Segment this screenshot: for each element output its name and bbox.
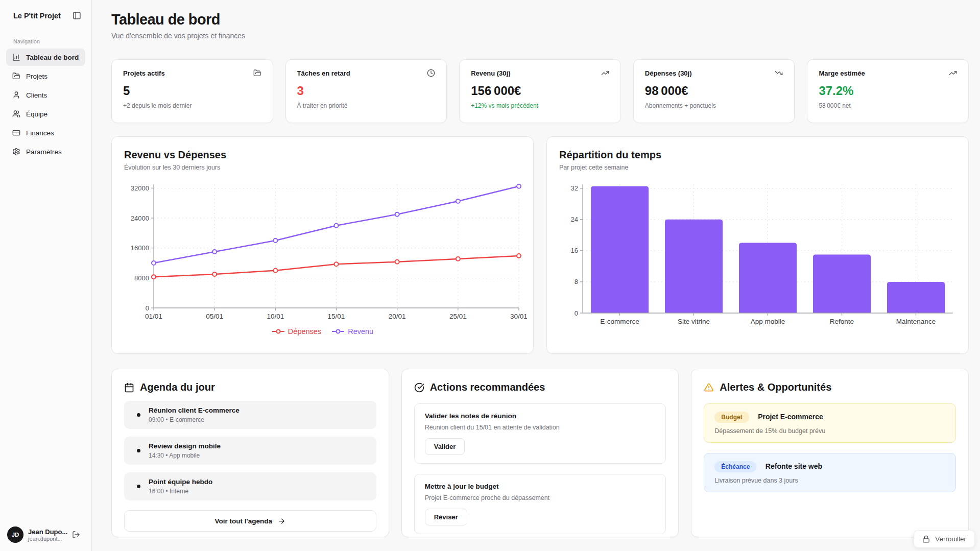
page-title: Tableau de bord (111, 11, 969, 28)
action-item-description: Projet E-commerce proche du dépassement (425, 494, 656, 501)
action-item-title: Mettre à jour le budget (425, 483, 656, 490)
svg-text:Refonte: Refonte (830, 318, 854, 325)
users-icon (12, 110, 20, 118)
sidebar-item-label: Équipe (26, 110, 47, 118)
chart-column-icon (12, 53, 20, 61)
sidebar-item-projets[interactable]: Projets (6, 67, 85, 85)
agenda-item-title: Review design mobile (149, 442, 221, 450)
chart-subtitle: Évolution sur les 30 derniers jours (124, 164, 521, 171)
stat-value: 5 (123, 84, 261, 98)
svg-text:Maintenance: Maintenance (896, 318, 936, 325)
svg-text:16000: 16000 (131, 244, 149, 252)
svg-text:15/01: 15/01 (328, 313, 345, 320)
svg-text:0: 0 (146, 304, 149, 312)
stat-subtitle: À traiter en priorité (297, 102, 436, 109)
clock-icon (427, 69, 435, 77)
revise-button[interactable]: Réviser (425, 509, 467, 525)
sidebar-item-label: Projets (26, 73, 47, 80)
sidebar-item-label: Clients (26, 91, 47, 99)
lock-button-label: Verrouiller (935, 535, 966, 543)
stat-value: 156 000€ (471, 84, 609, 98)
agenda-item[interactable]: Point équipe hebdo 16:00 • Interne (124, 472, 376, 500)
bar-chart: 08162432E-commerceSite vitrineApp mobile… (559, 178, 961, 331)
user-name: Jean Dupo... (28, 528, 67, 536)
view-full-agenda-button[interactable]: Voir tout l'agenda (124, 510, 376, 532)
page-subtitle: Vue d'ensemble de vos projets et finance… (111, 32, 969, 40)
user-icon (12, 91, 20, 99)
chart-subtitle: Par projet cette semaine (559, 164, 956, 171)
agenda-item-meta: 09:00 • E-commerce (149, 416, 240, 423)
time-distribution-card: Répartition du temps Par projet cette se… (546, 136, 969, 354)
legend-item: Dépenses (272, 327, 321, 336)
action-item-description: Réunion client du 15/01 en attente de va… (425, 424, 656, 431)
alert-item-budget: Budget Projet E-commerce Dépassement de … (704, 403, 956, 443)
sidebar-item-label: Finances (26, 129, 54, 137)
stat-card-marge: Marge estimée 37.2% 58 000€ net (807, 59, 969, 123)
stat-card-projets-actifs: Projets actifs 5 +2 depuis le mois derni… (111, 59, 273, 123)
alerts-title: Alertes & Opportunités (720, 381, 831, 393)
trending-down-icon (775, 69, 783, 77)
agenda-item-meta: 16:00 • Interne (149, 488, 212, 495)
folder-open-icon (12, 72, 20, 80)
user-meta: Jean Dupo... jean.dupont... (28, 528, 67, 542)
sidebar-nav: Tableau de bord Projets Clients Équipe F… (6, 49, 85, 162)
svg-text:05/01: 05/01 (206, 313, 223, 320)
trending-up-icon (949, 69, 957, 77)
lock-icon (922, 535, 930, 543)
deadline-badge: Échéance (714, 461, 756, 472)
stat-title: Revenu (30j) (471, 69, 510, 77)
agenda-item[interactable]: Review design mobile 14:30 • App mobile (124, 437, 376, 465)
stat-value: 98 000€ (645, 84, 783, 98)
revenue-vs-expenses-card: Revenu vs Dépenses Évolution sur les 30 … (111, 136, 534, 354)
sidebar-item-tableau-de-bord[interactable]: Tableau de bord (6, 49, 85, 66)
calendar-icon (124, 382, 134, 393)
sidebar-item-equipe[interactable]: Équipe (6, 105, 85, 123)
svg-text:8: 8 (575, 278, 578, 285)
legend-item: Revenu (331, 327, 373, 336)
svg-text:25/01: 25/01 (449, 313, 467, 320)
stat-subtitle: 58 000€ net (819, 102, 957, 109)
logout-icon[interactable] (72, 531, 80, 539)
action-item: Valider les notes de réunion Réunion cli… (414, 403, 666, 464)
svg-text:10/01: 10/01 (267, 313, 284, 320)
app-root: Le P'tit Projet Navigation Tableau de bo… (0, 0, 980, 551)
agenda-item-title: Réunion client E-commerce (149, 406, 240, 414)
agenda-card: Agenda du jour Réunion client E-commerce… (111, 369, 389, 537)
folder-open-icon (253, 69, 261, 77)
svg-text:App mobile: App mobile (751, 318, 785, 325)
sidebar-item-finances[interactable]: Finances (6, 124, 85, 141)
alert-item-title: Projet E-commerce (758, 413, 823, 421)
validate-button[interactable]: Valider (425, 438, 465, 455)
stat-subtitle: +2 depuis le mois dernier (123, 102, 261, 109)
stat-card-taches-en-retard: Tâches en retard 3 À traiter en priorité (285, 59, 447, 123)
stat-card-revenu: Revenu (30j) 156 000€ +12% vs mois précé… (459, 59, 621, 123)
svg-text:20/01: 20/01 (389, 313, 406, 320)
stat-title: Marge estimée (819, 69, 865, 77)
svg-text:8000: 8000 (134, 274, 149, 282)
stat-title: Dépenses (30j) (645, 69, 692, 77)
svg-text:Site vitrine: Site vitrine (678, 318, 710, 325)
sidebar-item-parametres[interactable]: Paramètres (6, 143, 85, 160)
action-item-title: Valider les notes de réunion (425, 412, 656, 420)
agenda-item[interactable]: Réunion client E-commerce 09:00 • E-comm… (124, 401, 376, 429)
chart-title: Revenu vs Dépenses (124, 149, 521, 161)
sidebar-item-clients[interactable]: Clients (6, 86, 85, 104)
lock-button[interactable]: Verrouiller (914, 530, 975, 548)
bullet-dot (137, 449, 140, 452)
svg-text:32000: 32000 (131, 184, 149, 192)
trending-up-icon (601, 69, 609, 77)
alerts-card: Alertes & Opportunités Budget Projet E-c… (691, 369, 969, 537)
sidebar: Le P'tit Projet Navigation Tableau de bo… (0, 0, 92, 551)
alert-item-deadline: Échéance Refonte site web Livraison prév… (704, 453, 956, 492)
stat-title: Projets actifs (123, 69, 165, 77)
circle-check-icon (414, 382, 424, 393)
sidebar-toggle-icon[interactable] (73, 11, 81, 20)
alert-item-description: Livraison prévue dans 3 jours (714, 477, 945, 484)
warning-triangle-icon (704, 382, 714, 393)
brand-title: Le P'tit Projet (13, 12, 61, 20)
agenda-title: Agenda du jour (140, 381, 215, 393)
bullet-dot (137, 485, 140, 488)
svg-text:24000: 24000 (131, 214, 149, 222)
svg-text:24: 24 (571, 215, 578, 223)
stat-title: Tâches en retard (297, 69, 350, 77)
